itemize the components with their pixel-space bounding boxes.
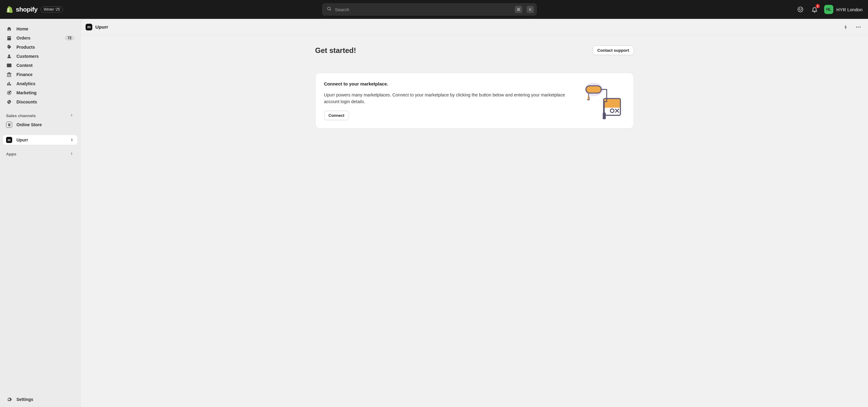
search-icon [327, 6, 332, 12]
card-heading: Connect to your marketplace. [324, 81, 572, 87]
topbar-actions: 1 HL HYR London [796, 5, 863, 14]
sidebar-label: Content [17, 63, 74, 68]
svg-rect-18 [603, 112, 606, 119]
sidebar-label: Discounts [17, 99, 74, 104]
section-label: Sales channels [6, 113, 36, 118]
app-icon: m [86, 24, 92, 30]
svg-point-2 [798, 7, 803, 12]
sidebar-label: Marketing [17, 90, 74, 95]
illustration-painting-icon [579, 81, 625, 121]
account-menu[interactable]: HL HYR London [824, 5, 863, 14]
sidebar-label: Online Store [17, 122, 74, 127]
shopify-bag-icon [7, 6, 13, 13]
notifications-button[interactable]: 1 [810, 5, 819, 14]
svg-point-7 [856, 27, 857, 27]
sidebar-label: Finance [17, 72, 74, 77]
primary-nav: Home Orders 72 Products Customers Conten… [3, 24, 78, 106]
more-menu-button[interactable] [854, 22, 863, 32]
svg-point-3 [800, 8, 800, 9]
hero-row: Get started! Contact support [315, 46, 634, 55]
image-icon [6, 63, 12, 68]
gear-icon [6, 397, 12, 402]
home-icon [6, 26, 12, 32]
bank-icon [6, 72, 12, 77]
hero-title: Get started! [315, 46, 356, 55]
kbd-cmd: ⌘ [515, 6, 522, 13]
sidebar-label: Home [17, 27, 74, 31]
page-title: Upurr [95, 24, 838, 30]
app-icon: m [6, 137, 12, 143]
edition-badge[interactable]: Winter '25 [40, 6, 63, 12]
sidebar-item-upurr[interactable]: m Upurr [3, 135, 78, 145]
sidebar-item-discounts[interactable]: Discounts [3, 97, 78, 106]
search-input[interactable]: Search ⌘ K [322, 3, 537, 15]
apps-list: m Upurr [3, 135, 78, 145]
sales-channels-header[interactable]: Sales channels [3, 111, 78, 120]
sidebar-item-customers[interactable]: Customers [3, 52, 78, 61]
sidebar: Home Orders 72 Products Customers Conten… [0, 19, 81, 407]
section-label: Apps [6, 152, 17, 156]
svg-point-0 [328, 7, 331, 10]
orders-count-badge: 72 [65, 36, 74, 40]
sidebar-label: Analytics [17, 81, 74, 86]
connect-card: Connect to your marketplace. Upurr power… [315, 73, 634, 129]
svg-point-6 [8, 92, 10, 94]
svg-point-9 [860, 27, 860, 27]
store-name: HYR London [836, 7, 863, 12]
svg-rect-11 [603, 99, 620, 108]
search-placeholder: Search [335, 7, 512, 12]
sidebar-label: Orders [17, 36, 61, 40]
person-icon [6, 54, 12, 59]
pin-button[interactable] [841, 22, 850, 32]
sidebar-label: Products [17, 45, 74, 49]
sidebar-item-marketing[interactable]: Marketing [3, 88, 78, 97]
avatar: HL [824, 5, 833, 14]
card-body-text: Upurr powers many marketplaces. Connect … [324, 92, 572, 105]
page-header-actions [841, 22, 863, 32]
sidebar-item-settings[interactable]: Settings [3, 395, 78, 404]
store-icon [6, 122, 12, 128]
content-area: Get started! Contact support Connect to … [81, 35, 868, 407]
connect-button[interactable]: Connect [324, 111, 349, 120]
discount-icon [6, 99, 12, 105]
chevron-right-icon [69, 151, 74, 156]
svg-point-4 [801, 8, 801, 9]
chart-icon [6, 81, 12, 87]
svg-line-1 [330, 10, 331, 11]
sidebar-label: Upurr [17, 137, 65, 142]
main-panel: m Upurr Get started! Contact support [81, 19, 868, 407]
sidebar-label: Customers [17, 54, 74, 59]
sidebar-item-analytics[interactable]: Analytics [3, 79, 78, 88]
contact-support-button[interactable]: Contact support [593, 46, 633, 55]
svg-point-8 [858, 27, 859, 27]
sidebar-item-content[interactable]: Content [3, 61, 78, 70]
apps-header[interactable]: Apps [3, 149, 78, 158]
target-icon [6, 90, 12, 96]
sidebar-item-orders[interactable]: Orders 72 [3, 33, 78, 43]
pin-icon[interactable] [69, 137, 74, 142]
kbd-k: K [527, 6, 534, 13]
sidebar-item-online-store[interactable]: Online Store [3, 120, 78, 130]
search-wrap: Search ⌘ K [67, 3, 792, 15]
orders-icon [6, 35, 12, 41]
sidebar-item-finance[interactable]: Finance [3, 70, 78, 79]
notification-badge: 1 [816, 4, 820, 8]
tag-icon [6, 44, 12, 50]
brand-logo[interactable]: shopify Winter '25 [7, 6, 63, 13]
sidebar-item-home[interactable]: Home [3, 24, 78, 33]
topbar: shopify Winter '25 Search ⌘ K 1 HL HYR L… [0, 0, 868, 19]
brand-wordmark: shopify [16, 6, 37, 13]
svg-rect-17 [586, 86, 601, 93]
rewards-icon[interactable] [796, 5, 805, 14]
sales-channels-list: Online Store [3, 120, 78, 130]
page-header: m Upurr [81, 19, 868, 35]
chevron-right-icon [69, 113, 74, 118]
sidebar-item-products[interactable]: Products [3, 43, 78, 52]
sidebar-label: Settings [17, 397, 74, 402]
